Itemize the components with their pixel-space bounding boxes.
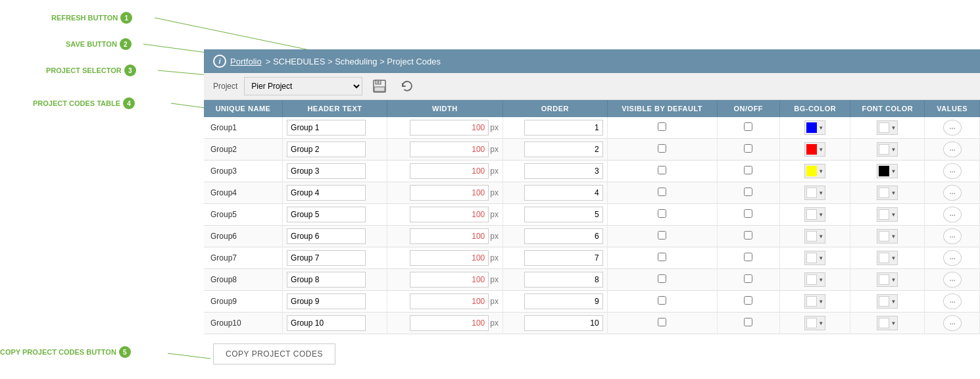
bgcolor-picker-button[interactable]: ▼ — [804, 229, 825, 243]
width-input[interactable] — [410, 163, 489, 179]
cell-unique-name: Group10 — [204, 313, 283, 334]
fontcolor-swatch — [879, 209, 889, 220]
order-input[interactable] — [524, 315, 603, 331]
bgcolor-picker-button[interactable]: ▼ — [804, 316, 825, 330]
info-icon[interactable]: i — [213, 55, 226, 68]
annotation-3: PROJECT SELECTOR 3 — [46, 64, 136, 76]
annotation-3-num: 3 — [124, 64, 136, 76]
visible-checkbox[interactable] — [658, 209, 666, 218]
values-button[interactable]: ··· — [943, 185, 962, 201]
order-input[interactable] — [524, 272, 603, 288]
fontcolor-picker-button[interactable]: ▼ — [877, 294, 898, 309]
visible-checkbox[interactable] — [658, 274, 666, 283]
fontcolor-arrow-icon: ▼ — [891, 277, 896, 283]
cell-bgcolor: ▼ — [780, 269, 850, 291]
order-input[interactable] — [524, 293, 603, 309]
order-input[interactable] — [524, 141, 603, 157]
bgcolor-picker-button[interactable]: ▼ — [804, 142, 825, 157]
visible-checkbox[interactable] — [658, 166, 666, 174]
cell-onoff — [717, 247, 779, 269]
fontcolor-picker-button[interactable]: ▼ — [877, 164, 898, 178]
fontcolor-picker-button[interactable]: ▼ — [877, 120, 898, 135]
onoff-checkbox[interactable] — [744, 122, 752, 131]
onoff-checkbox[interactable] — [744, 209, 752, 218]
onoff-checkbox[interactable] — [744, 166, 752, 174]
visible-checkbox[interactable] — [658, 144, 666, 153]
width-input[interactable] — [410, 272, 489, 288]
bgcolor-picker-button[interactable]: ▼ — [804, 207, 825, 222]
header-text-input[interactable] — [287, 250, 366, 266]
onoff-checkbox[interactable] — [744, 296, 752, 305]
order-input[interactable] — [524, 185, 603, 201]
width-input[interactable] — [410, 293, 489, 309]
values-button[interactable]: ··· — [943, 293, 962, 309]
values-button[interactable]: ··· — [943, 250, 962, 266]
width-input[interactable] — [410, 185, 489, 201]
header-text-input[interactable] — [287, 293, 366, 309]
visible-checkbox[interactable] — [658, 296, 666, 305]
annotation-5-label: COPY PROJECT CODES BUTTON — [0, 348, 116, 356]
visible-checkbox[interactable] — [658, 253, 666, 261]
svg-rect-8 — [378, 81, 379, 84]
order-input[interactable] — [524, 163, 603, 179]
visible-checkbox[interactable] — [658, 188, 666, 196]
bgcolor-picker-button[interactable]: ▼ — [804, 251, 825, 265]
values-button[interactable]: ··· — [943, 207, 962, 222]
cell-values: ··· — [925, 117, 980, 139]
bgcolor-picker-button[interactable]: ▼ — [804, 164, 825, 178]
fontcolor-picker-button[interactable]: ▼ — [877, 251, 898, 265]
order-input[interactable] — [524, 207, 603, 222]
portfolio-link[interactable]: Portfolio — [230, 57, 262, 66]
onoff-checkbox[interactable] — [744, 253, 752, 261]
order-input[interactable] — [524, 250, 603, 266]
width-input[interactable] — [410, 141, 489, 157]
bgcolor-picker-button[interactable]: ▼ — [804, 186, 825, 200]
project-selector[interactable]: Pier Project Project A Project B — [244, 77, 362, 95]
header-text-input[interactable] — [287, 228, 366, 244]
fontcolor-picker-button[interactable]: ▼ — [877, 207, 898, 222]
width-input[interactable] — [410, 228, 489, 244]
save-button[interactable] — [369, 77, 390, 95]
values-button[interactable]: ··· — [943, 163, 962, 179]
bgcolor-picker-button[interactable]: ▼ — [804, 120, 825, 135]
visible-checkbox[interactable] — [658, 231, 666, 240]
fontcolor-picker-button[interactable]: ▼ — [877, 316, 898, 330]
header-text-input[interactable] — [287, 141, 366, 157]
width-input[interactable] — [410, 315, 489, 331]
values-button[interactable]: ··· — [943, 315, 962, 331]
bgcolor-picker-button[interactable]: ▼ — [804, 272, 825, 287]
order-input[interactable] — [524, 120, 603, 136]
header-text-input[interactable] — [287, 207, 366, 222]
copy-project-codes-button[interactable]: COPY PROJECT CODES — [213, 343, 335, 365]
header-text-input[interactable] — [287, 163, 366, 179]
header-text-input[interactable] — [287, 272, 366, 288]
fontcolor-picker-button[interactable]: ▼ — [877, 229, 898, 243]
fontcolor-picker-button[interactable]: ▼ — [877, 142, 898, 157]
visible-checkbox[interactable] — [658, 122, 666, 131]
fontcolor-arrow-icon: ▼ — [891, 299, 896, 305]
bgcolor-picker-button[interactable]: ▼ — [804, 294, 825, 309]
cell-onoff — [717, 139, 779, 161]
width-input[interactable] — [410, 120, 489, 136]
refresh-button[interactable] — [397, 77, 418, 95]
onoff-checkbox[interactable] — [744, 188, 752, 196]
visible-checkbox[interactable] — [658, 318, 666, 326]
values-button[interactable]: ··· — [943, 120, 962, 136]
onoff-checkbox[interactable] — [744, 318, 752, 326]
header-text-input[interactable] — [287, 185, 366, 201]
fontcolor-picker-button[interactable]: ▼ — [877, 272, 898, 287]
values-button[interactable]: ··· — [943, 272, 962, 288]
px-label: px — [490, 253, 499, 263]
width-input[interactable] — [410, 250, 489, 266]
order-input[interactable] — [524, 228, 603, 244]
table-row: Group4px▼▼··· — [204, 182, 980, 204]
header-text-input[interactable] — [287, 120, 366, 136]
onoff-checkbox[interactable] — [744, 231, 752, 240]
values-button[interactable]: ··· — [943, 141, 962, 157]
onoff-checkbox[interactable] — [744, 274, 752, 283]
fontcolor-picker-button[interactable]: ▼ — [877, 186, 898, 200]
header-text-input[interactable] — [287, 315, 366, 331]
values-button[interactable]: ··· — [943, 228, 962, 244]
width-input[interactable] — [410, 207, 489, 222]
onoff-checkbox[interactable] — [744, 144, 752, 153]
